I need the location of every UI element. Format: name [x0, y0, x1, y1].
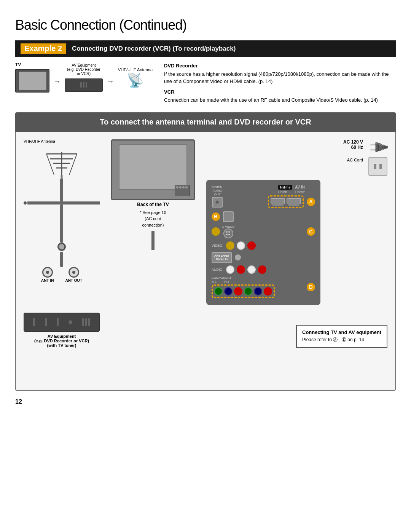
digital-audio-out-label: DIGITALAUDIOOUT [212, 185, 223, 197]
page-title: Basic Connection (Continued) [15, 11, 396, 34]
top-diagram-left: TV → AV Equipment(e.g. DVD Recorderor VC… [15, 62, 153, 93]
left-col: VHF/UHF Antenna [24, 139, 100, 305]
center-col: Back of the TV * See page 10(AC cordconn… [104, 139, 202, 305]
top-right-info: DVD Recorder If the source has a higher … [164, 62, 396, 107]
vcr-bottom-box [24, 313, 100, 332]
example-title: Connecting DVD recorder (VCR) (To record… [72, 45, 236, 53]
antenna-icon-top: 📡 [127, 73, 144, 87]
back-of-tv-label: Back of the TV [137, 202, 169, 207]
tv-screen-top [18, 71, 47, 90]
av-in-label: AV IN [295, 185, 305, 189]
ant-out-label: ANT OUT [65, 278, 82, 283]
coax-connector-top [57, 243, 66, 251]
component-dashed-box [212, 284, 275, 298]
tv-label-top: TV [15, 62, 21, 67]
svg-line-6 [69, 154, 77, 175]
audio-port-white [226, 265, 234, 274]
hdmi-area: Hdmi AV IN HDMI1 HDMI2 [268, 185, 315, 208]
tv-back-ports [175, 185, 190, 196]
hdmi-port-1 [271, 198, 285, 206]
vcr-title: VCR [164, 88, 396, 96]
tv-box-top [15, 69, 49, 93]
ant-in-out-row: ANT IN ANT OUT [41, 267, 82, 283]
see-page-label: * See page 10(AC cordconnection) [140, 209, 166, 228]
vcr-slot [86, 82, 87, 88]
diagram-layout: VHF/UHF Antenna [24, 139, 387, 305]
cable-v-3 [60, 252, 63, 267]
hdmi-port-2 [287, 198, 301, 206]
arrow-right-top2: → [107, 77, 114, 86]
video-label: VIDEO [212, 244, 224, 248]
av-eq-bottom-label: AV Equipment(e.g. DVD Recorder or VCR)(w… [34, 334, 89, 348]
comp-red-2 [264, 287, 272, 296]
av-port-b [223, 211, 234, 222]
hdmi-ports-row: A [268, 195, 315, 208]
comp-red-1 [234, 287, 242, 296]
audio-port-white2 [247, 265, 256, 274]
in1-label: IN 1 [212, 280, 217, 283]
connection-panel: DIGITALAUDIOOUT Hdmi AV IN HDMI1 [206, 180, 320, 305]
video-port-yellow [226, 241, 234, 250]
svideo-area: S VIDEO [222, 225, 234, 238]
digital-audio-port [212, 197, 223, 208]
cable-junction-dot [24, 201, 27, 204]
svideo-port [223, 228, 233, 238]
vcr-slots-top [80, 82, 87, 88]
plug-icon: 🔌 [366, 136, 390, 159]
comp-green-1 [214, 287, 223, 296]
ac-info: AC 120 V60 Hz AC Cord [343, 139, 363, 162]
antenna-port [235, 254, 241, 260]
av-eq-label-top: AV Equipment(e.g. DVD Recorderor VCR) [67, 63, 100, 76]
dvd-recorder-text: If the source has a higher resolution si… [164, 70, 396, 85]
svideo-label: S VIDEO [222, 225, 234, 228]
hdmi1-label: HDMI1 [278, 190, 288, 194]
ac-cord-label: AC Cord [343, 158, 363, 162]
connecting-info-title: Connecting TV and AV equipment [302, 329, 381, 335]
ant-in-connector: ANT IN [41, 267, 54, 283]
hdmi-dashed-box [268, 195, 304, 208]
antenna-cable-row: ANTENNACable In [212, 252, 315, 263]
audio-row: AUDIO [212, 265, 315, 274]
top-diagram: TV → AV Equipment(e.g. DVD Recorderor VC… [15, 62, 396, 107]
plug-icon-area: 🔌 [368, 139, 387, 176]
tv-back-screen [119, 144, 187, 190]
svg-line-5 [46, 154, 54, 175]
arrow-right-top: → [53, 77, 61, 86]
audio-port-red2 [258, 265, 266, 274]
ant-out-circle [68, 267, 79, 278]
indicator-d: D [307, 283, 315, 291]
antenna-label-top: VHF/UHF Antenna [118, 67, 153, 72]
ant-in-circle [42, 267, 53, 278]
page-number: 12 [15, 398, 396, 405]
digital-audio-out-area: DIGITALAUDIOOUT [212, 185, 223, 208]
cable-tv-to-panel [151, 231, 155, 250]
comp-blue-2 [254, 287, 262, 296]
ac-section: AC 120 V60 Hz AC Cord 🔌 [206, 139, 387, 176]
ant-in-label: ANT IN [41, 278, 54, 283]
video-port-white [237, 241, 245, 250]
vcr-slot [83, 82, 84, 88]
connect-banner: To connect the antenna terminal and DVD … [15, 112, 396, 132]
comp-blue-1 [224, 287, 233, 296]
audio-port-red [237, 265, 245, 274]
connecting-info-text: Please refer to Ⓐ - Ⓓ on p. 14 [302, 337, 381, 343]
indicator-c: C [307, 227, 315, 236]
main-diagram: VHF/UHF Antenna [15, 132, 396, 391]
antenna-diagram-top: VHF/UHF Antenna 📡 [118, 67, 153, 87]
dvd-recorder-title: DVD Recorder [164, 62, 396, 70]
video-row: VIDEO [212, 241, 315, 250]
indicator-b: B [212, 212, 220, 221]
cable-v-1 [60, 179, 63, 201]
indicator-b-row: B [212, 211, 315, 222]
av-equipment-top: AV Equipment(e.g. DVD Recorderor VCR) [65, 63, 103, 92]
comp-green-2 [244, 287, 252, 296]
video-port-red [247, 241, 256, 250]
svideo-row: S VIDEO C [212, 225, 315, 238]
cable-h [27, 201, 100, 204]
tv-back-box [111, 139, 195, 200]
antenna-svg [35, 144, 88, 179]
antenna-cable-label: ANTENNACable In [212, 252, 232, 263]
in2-label: IN 2 [224, 280, 229, 283]
hdmi2-label: HDMI2 [295, 190, 305, 194]
vhf-label: VHF/UHF Antenna [24, 139, 100, 144]
